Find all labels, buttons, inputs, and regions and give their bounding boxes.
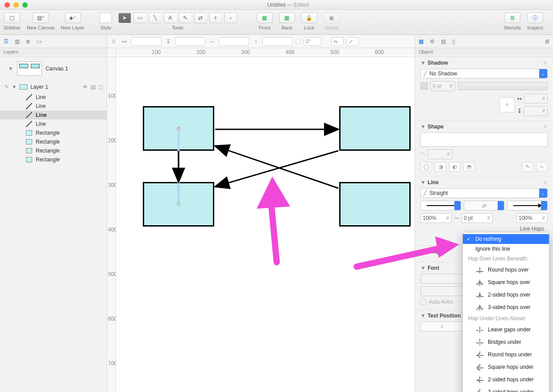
line-tail-scale-field[interactable]: 100%	[420, 213, 452, 223]
stencils-button[interactable]: ⊞	[504, 12, 520, 23]
point-tool-button[interactable]: ♯	[209, 12, 222, 23]
width-field[interactable]	[219, 37, 249, 46]
flip-v-button[interactable]: ⤢	[346, 37, 359, 46]
menu-item-do-nothing[interactable]: ✓Do nothing	[463, 234, 549, 244]
toggle-sidebar-button[interactable]: ▢	[4, 12, 20, 23]
height-field[interactable]	[262, 37, 293, 46]
outline-item-line[interactable]: Line	[0, 120, 107, 128]
shadow-x-field[interactable]	[524, 94, 548, 103]
menu-item-ignore-line[interactable]: Ignore this line	[463, 244, 549, 254]
lock-button[interactable]: 🔒	[301, 12, 317, 23]
x-position-field[interactable]	[131, 37, 162, 46]
outline-item-rectangle[interactable]: Rectangle	[0, 146, 107, 155]
pen-tool-button[interactable]: ✎	[179, 12, 191, 23]
style-well-button[interactable]	[100, 12, 112, 23]
line-hops-menu[interactable]: ✓Do nothing Ignore this line Hop Over Li…	[462, 232, 549, 392]
outline-item-line[interactable]: Line	[0, 102, 107, 111]
menu-item-square-under[interactable]: Square hops under	[463, 361, 549, 373]
layer-row[interactable]: ✎ ▼ Layer 1 👁 ▤ ▢	[0, 81, 107, 93]
canvas-disclosure-icon[interactable]: ▼	[8, 66, 13, 72]
canvas-area[interactable]	[116, 57, 415, 392]
ruler-horizontal[interactable]: 100 200 300 400 500 600 700	[116, 48, 415, 57]
shape-op-2-button[interactable]: ◑	[435, 162, 446, 172]
line-tool-button[interactable]: ╲	[149, 12, 161, 23]
angle-dial-icon[interactable]	[295, 39, 301, 44]
canvas-rectangle[interactable]	[339, 182, 411, 227]
line-curve-field[interactable]: 0 pt	[462, 213, 493, 223]
outline-item-rectangle[interactable]: Rectangle	[0, 128, 107, 137]
canvas-inspector-tab-icon[interactable]: ▤	[441, 38, 446, 45]
shape-tool-button[interactable]: ▭	[133, 12, 146, 23]
menu-item-round-over[interactable]: Round hops over	[463, 264, 549, 276]
menu-item-3sided-over[interactable]: 3-sided hops over	[463, 301, 549, 314]
layer-visible-icon[interactable]: 👁	[83, 84, 88, 90]
grid-inspector-tab-icon[interactable]: ⊞	[545, 38, 549, 45]
bring-front-button[interactable]: ▦	[257, 12, 273, 23]
layers-tab-icon[interactable]: ☰	[4, 38, 8, 45]
align-y-icon[interactable]: ↧	[164, 37, 172, 45]
menu-item-square-over[interactable]: Square hops over	[463, 276, 549, 289]
menu-item-round-under[interactable]: Round hops under	[463, 348, 549, 361]
menu-item-bridges-under[interactable]: Bridges under	[463, 336, 549, 348]
zoom-window-button[interactable]	[22, 2, 28, 8]
canvas-row[interactable]: ▼ Canvas 1	[0, 57, 107, 81]
properties-inspector-tab-icon[interactable]: ⚙	[430, 38, 435, 45]
line-head-scale-field[interactable]: 100%	[516, 213, 548, 223]
layer-disclosure-icon[interactable]: ▼	[12, 84, 17, 90]
width-icon[interactable]: ↔	[208, 37, 216, 45]
canvas-rectangle[interactable]	[143, 106, 214, 151]
shadow-opacity-slider[interactable]	[458, 82, 548, 90]
outline-item-line[interactable]: Line	[0, 111, 107, 120]
shape-op-1-button[interactable]: ◯	[420, 162, 432, 172]
rotation-field[interactable]: 0°	[304, 37, 321, 46]
shadow-y-field[interactable]	[524, 106, 548, 116]
text-tool-button[interactable]: A	[164, 12, 176, 23]
diagram-tool-button[interactable]: ⇄	[194, 12, 207, 23]
canvas-rectangle[interactable]	[339, 106, 411, 151]
new-canvas-button[interactable]: ▤⁺	[33, 12, 49, 23]
menu-item-2sided-under[interactable]: 2-sided hops under	[463, 373, 549, 386]
line-tail-style-select[interactable]	[420, 201, 461, 210]
inspect-button[interactable]: ⓘ	[527, 12, 543, 23]
expand-tools-button[interactable]: ›	[225, 12, 237, 23]
outline-item-rectangle[interactable]: Rectangle	[0, 155, 107, 164]
close-window-button[interactable]	[4, 2, 10, 8]
shape-make-editable-button[interactable]: ⤷	[536, 162, 548, 172]
menu-item-2sided-over[interactable]: 2-sided hops over	[463, 289, 549, 301]
shape-op-4-button[interactable]: ◓	[463, 162, 475, 172]
ruler-origin[interactable]	[107, 48, 116, 57]
outline-item-line[interactable]: Line	[0, 93, 107, 102]
outline-item-rectangle[interactable]: Rectangle	[0, 137, 107, 146]
selection-tab-icon[interactable]: ▭	[37, 38, 42, 45]
corner-radius-field[interactable]	[428, 149, 453, 159]
menu-item-gaps-under[interactable]: Leave gaps under	[463, 323, 549, 336]
canvas-rectangle[interactable]	[143, 182, 214, 227]
send-back-button[interactable]: ▦	[279, 12, 295, 23]
new-layer-button[interactable]: ◈⁺	[65, 12, 81, 23]
shadow-color-well[interactable]	[420, 83, 428, 90]
outline-tab-icon[interactable]: ≣	[26, 38, 30, 45]
shadow-type-select[interactable]: ╱ No Shadow ⌄	[420, 69, 548, 78]
layer-print-icon[interactable]: ▤	[91, 84, 96, 90]
shadow-offset-target[interactable]: +	[499, 97, 515, 112]
height-icon[interactable]: ↕	[252, 37, 260, 45]
minimize-window-button[interactable]	[13, 2, 19, 8]
align-left-button[interactable]: ≡	[420, 322, 463, 331]
y-position-field[interactable]	[175, 37, 205, 46]
shape-edit-points-button[interactable]: ✎	[522, 162, 533, 172]
layer-lock-icon[interactable]: ▢	[98, 84, 103, 90]
group-button[interactable]: ▣	[324, 12, 340, 23]
guides-tab-icon[interactable]: ▥	[15, 38, 20, 45]
object-inspector-tab-icon[interactable]: ▦	[419, 38, 424, 45]
shadow-blur-field[interactable]: 4 pt	[430, 81, 455, 91]
align-x-icon[interactable]: ↦	[121, 37, 129, 45]
flip-h-button[interactable]: ⇋	[331, 37, 344, 46]
line-direction-select[interactable]: ⇄	[464, 201, 504, 210]
shape-picker-well[interactable]	[420, 132, 548, 147]
line-type-select[interactable]: ╱ Straight ⌄	[420, 188, 548, 198]
shape-op-3-button[interactable]: ◐	[449, 162, 461, 172]
document-inspector-tab-icon[interactable]: ▯	[452, 38, 455, 45]
ruler-vertical[interactable]: 100 200 300 400 500 600 700	[107, 57, 116, 392]
line-head-style-select[interactable]	[507, 201, 548, 210]
selection-tool-button[interactable]: ➤	[118, 12, 131, 23]
